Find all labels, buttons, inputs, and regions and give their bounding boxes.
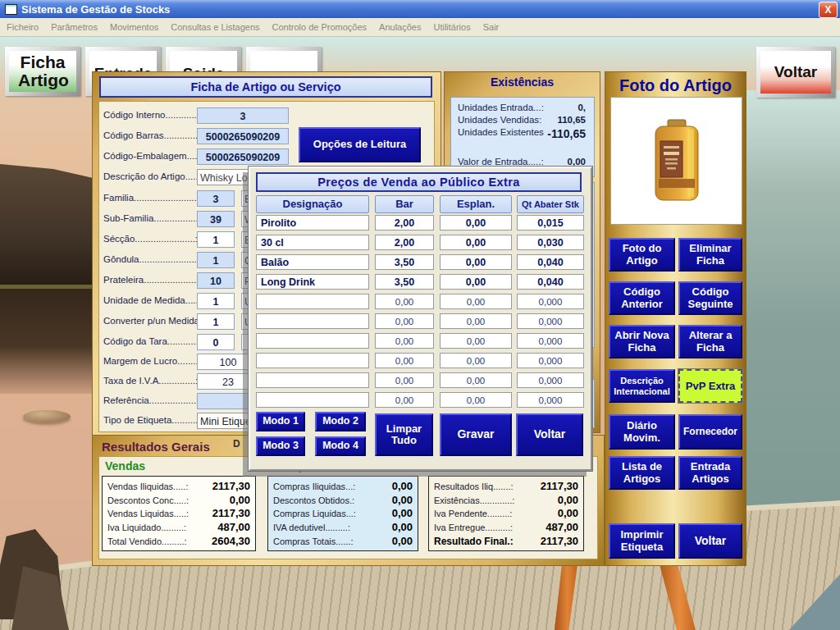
sub-familia-input[interactable]: 39 [197,211,235,227]
esplan-cell[interactable]: 0,00 [440,333,512,349]
hidden-text-fragment-left: D [233,438,240,450]
modo1-button[interactable]: Modo 1 [256,412,305,431]
designacao-cell[interactable] [256,372,369,388]
taxa-iva-label: Taxa de I.V.A..............: [103,376,198,386]
codigo-interno-input[interactable]: 3 [197,107,289,124]
designacao-cell[interactable]: Balão [256,254,369,270]
designacao-cell[interactable] [256,392,369,408]
menu-ficheiro[interactable]: Ficheiro [7,22,39,32]
action-codigo-seguinte-button[interactable]: Código Seguinte [678,281,742,315]
col-esplan: Esplan. [440,195,512,213]
compras-row-label: Descontos Obtidos.: [273,495,354,505]
esplan-cell[interactable]: 0,00 [440,392,512,408]
action-entrada-artigos-button[interactable]: Entrada Artigos [678,456,742,490]
converter-input[interactable]: 1 [197,313,235,330]
existencias-title: Existências [444,75,600,89]
bar-cell[interactable]: 3,50 [375,274,434,290]
esplan-cell[interactable]: 0,00 [440,372,512,388]
bar-cell[interactable]: 0,00 [375,392,434,408]
bar-cell[interactable]: 0,00 [375,372,434,388]
menu-consultas[interactable]: Consultas e Listagens [171,22,259,32]
nav-voltar-top-button[interactable]: Voltar [756,47,835,98]
modo4-button[interactable]: Modo 4 [315,436,366,456]
bar-cell[interactable]: 2,00 [375,235,434,250]
modo2-button[interactable]: Modo 2 [315,412,366,431]
familia-label: Familia........................: [103,193,199,203]
action-fornecedor-button[interactable]: Fornecedor [678,414,742,450]
designacao-cell[interactable] [256,333,369,349]
unidade-medida-input[interactable]: 1 [197,293,235,309]
action-voltar-button[interactable]: Voltar [678,523,742,559]
close-button[interactable]: X [819,2,838,18]
action-foto-artigo-button[interactable]: Foto do Artigo [609,238,675,272]
menu-movimentos[interactable]: Movimentos [110,22,158,32]
precos-extra-title: Preços de Venda ao Público Extra [256,172,582,192]
designacao-cell[interactable] [256,313,369,329]
menu-anulacoes[interactable]: Anulações [379,22,421,32]
action-lista-artigos-button[interactable]: Lista de Artigos [609,456,675,490]
designacao-cell[interactable] [256,353,369,368]
qt-cell[interactable]: 0,015 [517,215,584,231]
vendas-row-label: Total Vendido.........: [107,536,187,546]
bar-cell[interactable]: 0,00 [375,294,434,309]
action-codigo-anterior-button[interactable]: Código Anterior [609,281,675,315]
esplan-cell[interactable]: 0,00 [440,274,512,290]
qt-cell[interactable]: 0,030 [517,235,584,250]
nav-voltar-top-label: Voltar [774,64,817,80]
qt-cell[interactable]: 0,000 [517,353,584,368]
popup-voltar-button[interactable]: Voltar [516,413,583,456]
codigo-tara-input[interactable]: 0 [197,334,235,350]
bar-cell[interactable]: 0,00 [375,333,434,349]
seccao-input[interactable]: 1 [197,231,235,248]
menu-promocoes[interactable]: Controlo de Promoções [272,22,368,32]
esplan-cell[interactable]: 0,00 [440,313,512,329]
action-alterar-ficha-button[interactable]: Alterar a Ficha [678,325,742,358]
action-eliminar-ficha-button[interactable]: Eliminar Ficha [678,238,742,272]
esplan-cell[interactable]: 0,00 [440,254,512,270]
precos-extra-title-text: Preços de Venda ao Público Extra [317,176,520,189]
qt-cell[interactable]: 0,000 [517,313,584,329]
gravar-button[interactable]: Gravar [440,413,512,456]
esplan-cell[interactable]: 0,00 [440,235,512,250]
familia-input[interactable]: 3 [197,190,235,207]
codigo-embalagem-input[interactable]: 5000265090209 [197,148,289,165]
qt-cell[interactable]: 0,040 [517,274,584,290]
nav-ficha-artigo-button[interactable]: Ficha Artigo [5,47,80,96]
codigo-barras-input[interactable]: 5000265090209 [197,128,289,144]
action-label: Fornecedor [683,427,737,437]
action-abrir-nova-ficha-button[interactable]: Abrir Nova Ficha [609,325,675,358]
action-label: Lista de Artigos [610,461,673,485]
menu-utilitarios[interactable]: Utilitários [433,22,470,32]
menu-parametros[interactable]: Parâmetros [51,22,98,32]
esplan-cell[interactable]: 0,00 [440,215,512,231]
qt-cell[interactable]: 0,040 [517,254,584,270]
menu-sair[interactable]: Sair [483,22,500,32]
bar-cell[interactable]: 3,50 [375,254,434,270]
compras-row-label: Compras Liquidas...: [273,509,356,518]
prateleira-input[interactable]: 10 [197,272,235,289]
resultados-row-label: Existências.............: [434,495,514,505]
designacao-cell[interactable]: 30 cl [256,235,369,250]
qt-cell[interactable]: 0,000 [517,372,584,388]
compras-row-label: Compras Iliquidas...: [273,482,355,491]
gondula-input[interactable]: 1 [197,252,235,268]
esplan-cell[interactable]: 0,00 [440,294,512,309]
bar-cell[interactable]: 2,00 [375,215,434,231]
action-pvp-extra-button[interactable]: PvP Extra [678,369,742,403]
action-diario-movim-button[interactable]: Diário Movim. [609,414,675,450]
opcoes-leitura-button[interactable]: Opções de Leitura [299,127,421,162]
qt-cell[interactable]: 0,000 [517,294,584,309]
bar-cell[interactable]: 0,00 [375,313,434,329]
qt-cell[interactable]: 0,000 [517,333,584,349]
limpar-tudo-label: Limpar Tudo [385,423,424,447]
designacao-cell[interactable]: Long Drink [256,274,369,290]
designacao-cell[interactable] [256,294,369,309]
action-imprimir-etiqueta-button[interactable]: Imprimir Etiqueta [609,523,675,559]
bar-cell[interactable]: 0,00 [375,353,434,368]
designacao-cell[interactable]: Pirolito [256,215,369,231]
limpar-tudo-button[interactable]: Limpar Tudo [375,413,433,456]
esplan-cell[interactable]: 0,00 [440,353,512,368]
qt-cell[interactable]: 0,000 [517,392,584,408]
modo3-button[interactable]: Modo 3 [256,436,305,456]
action-descricao-internacional-button[interactable]: Descrição Internacional [609,369,675,403]
